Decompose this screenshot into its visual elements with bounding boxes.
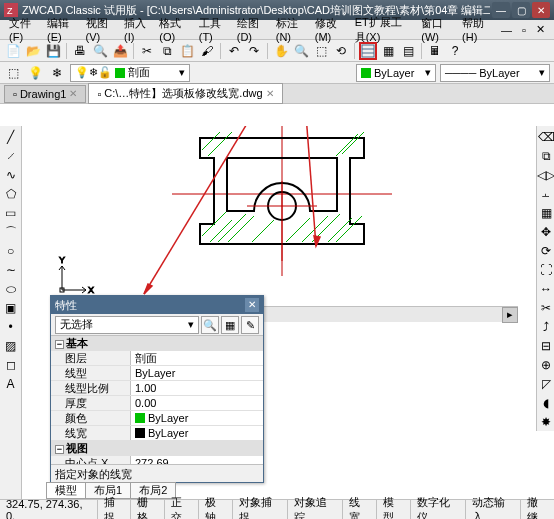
ellipse-icon[interactable]: ⬭ bbox=[2, 280, 20, 298]
scale-icon[interactable]: ⛶ bbox=[537, 261, 554, 279]
stretch-icon[interactable]: ↔ bbox=[537, 280, 554, 298]
tablet-toggle[interactable]: 数字化仪 bbox=[410, 500, 465, 519]
trim-icon[interactable]: ✂ bbox=[537, 299, 554, 317]
pline-icon[interactable]: ∿ bbox=[2, 166, 20, 184]
scroll-right-icon[interactable]: ▸ bbox=[502, 307, 518, 323]
copy2-icon[interactable]: ⧉ bbox=[537, 147, 554, 165]
paste-icon[interactable]: 📋 bbox=[178, 42, 196, 60]
color-dropdown[interactable]: ByLayer ▾ bbox=[356, 64, 436, 82]
line-icon[interactable]: ╱ bbox=[2, 128, 20, 146]
otrack-toggle[interactable]: 对象追踪 bbox=[287, 500, 342, 519]
undo-icon[interactable]: ↶ bbox=[225, 42, 243, 60]
rect-icon[interactable]: ▭ bbox=[2, 204, 20, 222]
tab-model[interactable]: 模型 bbox=[46, 482, 86, 499]
linetype-dropdown[interactable]: ──── ByLayer ▾ bbox=[440, 64, 550, 82]
properties-icon[interactable] bbox=[359, 42, 377, 60]
tab-close-icon[interactable]: ✕ bbox=[266, 88, 274, 99]
print-icon[interactable]: 🖶 bbox=[71, 42, 89, 60]
doc-close-button[interactable]: ✕ bbox=[531, 23, 550, 36]
layer-icon[interactable]: 💡 bbox=[26, 64, 44, 82]
doc-restore-button[interactable]: ▫ bbox=[517, 24, 531, 36]
offset-icon[interactable]: ⫠ bbox=[537, 185, 554, 203]
designcenter-icon[interactable]: ▦ bbox=[379, 42, 397, 60]
extend-icon[interactable]: ⤴ bbox=[537, 318, 554, 336]
redo-icon[interactable]: ↷ bbox=[245, 42, 263, 60]
tab-close-icon[interactable]: ✕ bbox=[69, 88, 77, 99]
help-icon[interactable]: ? bbox=[446, 42, 464, 60]
menu-format[interactable]: 格式(O) bbox=[154, 16, 193, 43]
grid-toggle[interactable]: 栅格 bbox=[130, 500, 164, 519]
new-icon[interactable]: 📄 bbox=[4, 42, 22, 60]
copy-icon[interactable]: ⧉ bbox=[158, 42, 176, 60]
pan-icon[interactable]: ✋ bbox=[272, 42, 290, 60]
array-icon[interactable]: ▦ bbox=[537, 204, 554, 222]
menu-dim[interactable]: 标注(N) bbox=[271, 16, 310, 43]
explode-icon[interactable]: ✸ bbox=[537, 413, 554, 431]
osnap-toggle[interactable]: 对象捕捉 bbox=[232, 500, 287, 519]
tab-drawing1[interactable]: ▫ Drawing1 ✕ bbox=[4, 85, 86, 103]
prop-value[interactable]: 1.00 bbox=[131, 381, 263, 395]
model-toggle[interactable]: 模型 bbox=[376, 500, 410, 519]
tab-active-doc[interactable]: ▫ C:\…特性】选项板修改线宽.dwg ✕ bbox=[88, 83, 282, 104]
menu-view[interactable]: 视图(V) bbox=[81, 16, 120, 43]
mirror-icon[interactable]: ◁▷ bbox=[537, 166, 554, 184]
circle-icon[interactable]: ○ bbox=[2, 242, 20, 260]
properties-titlebar[interactable]: 特性 ✕ bbox=[51, 296, 263, 314]
prop-value[interactable]: 0.00 bbox=[131, 396, 263, 410]
rotate-icon[interactable]: ⟳ bbox=[537, 242, 554, 260]
zoom-realtime-icon[interactable]: 🔍 bbox=[292, 42, 310, 60]
prop-value[interactable]: 剖面 bbox=[131, 351, 263, 365]
polygon-icon[interactable]: ⬠ bbox=[2, 185, 20, 203]
ortho-toggle[interactable]: 正交 bbox=[164, 500, 198, 519]
toolpalette-icon[interactable]: ▤ bbox=[399, 42, 417, 60]
selection-dropdown[interactable]: 无选择 ▾ bbox=[55, 316, 199, 334]
text-icon[interactable]: A bbox=[2, 375, 20, 393]
menu-draw[interactable]: 绘图(D) bbox=[232, 16, 271, 43]
chamfer-icon[interactable]: ◸ bbox=[537, 375, 554, 393]
hatch-icon[interactable]: ▨ bbox=[2, 337, 20, 355]
lwt-toggle[interactable]: 线宽 bbox=[342, 500, 376, 519]
open-icon[interactable]: 📂 bbox=[24, 42, 42, 60]
point-icon[interactable]: • bbox=[2, 318, 20, 336]
publish-icon[interactable]: 📤 bbox=[111, 42, 129, 60]
menu-help[interactable]: 帮助(H) bbox=[457, 16, 496, 43]
prop-group-header[interactable]: −视图 bbox=[51, 441, 131, 455]
maximize-button[interactable]: ▢ bbox=[512, 2, 530, 18]
preview-icon[interactable]: 🔍 bbox=[91, 42, 109, 60]
close-button[interactable]: ✕ bbox=[532, 2, 550, 18]
erase-icon[interactable]: ⌫ bbox=[537, 128, 554, 146]
xline-icon[interactable]: ⟋ bbox=[2, 147, 20, 165]
dyn-toggle[interactable]: 动态输入 bbox=[465, 500, 520, 519]
snap-toggle[interactable]: 捕捉 bbox=[97, 500, 131, 519]
prop-value[interactable]: ByLayer bbox=[131, 411, 263, 425]
menu-file[interactable]: 文件(F) bbox=[4, 16, 42, 43]
save-icon[interactable]: 💾 bbox=[44, 42, 62, 60]
prop-value[interactable]: ByLayer bbox=[131, 426, 263, 440]
menu-tools[interactable]: 工具(T) bbox=[194, 16, 232, 43]
layer-dropdown[interactable]: 💡❄🔓 剖面 ▾ bbox=[70, 64, 190, 82]
menu-edit[interactable]: 编辑(E) bbox=[42, 16, 81, 43]
layerfreeze-icon[interactable]: ❄ bbox=[48, 64, 66, 82]
layerprops-icon[interactable]: ⬚ bbox=[4, 64, 22, 82]
join-icon[interactable]: ⊕ bbox=[537, 356, 554, 374]
break-icon[interactable]: ⊟ bbox=[537, 337, 554, 355]
spline-icon[interactable]: ∼ bbox=[2, 261, 20, 279]
doc-minimize-button[interactable]: — bbox=[496, 24, 517, 36]
pickadd-icon[interactable]: ▦ bbox=[221, 316, 239, 334]
block-icon[interactable]: ▣ bbox=[2, 299, 20, 317]
region-icon[interactable]: ◻ bbox=[2, 356, 20, 374]
matchprop-icon[interactable]: 🖌 bbox=[198, 42, 216, 60]
menu-et[interactable]: ET扩展工具(X) bbox=[350, 15, 417, 45]
menu-modify[interactable]: 修改(M) bbox=[310, 16, 350, 43]
prop-value[interactable]: ByLayer bbox=[131, 366, 263, 380]
cut-icon[interactable]: ✂ bbox=[138, 42, 156, 60]
quickselect-icon[interactable]: 🔍 bbox=[201, 316, 219, 334]
move-icon[interactable]: ✥ bbox=[537, 223, 554, 241]
calc-icon[interactable]: 🖩 bbox=[426, 42, 444, 60]
fillet-icon[interactable]: ◖ bbox=[537, 394, 554, 412]
properties-close-icon[interactable]: ✕ bbox=[245, 298, 259, 312]
polar-toggle[interactable]: 极轴 bbox=[198, 500, 232, 519]
prop-value[interactable]: 272.69 bbox=[131, 456, 263, 464]
menu-window[interactable]: 窗口(W) bbox=[416, 16, 457, 43]
prop-group-header[interactable]: −基本 bbox=[51, 336, 131, 350]
